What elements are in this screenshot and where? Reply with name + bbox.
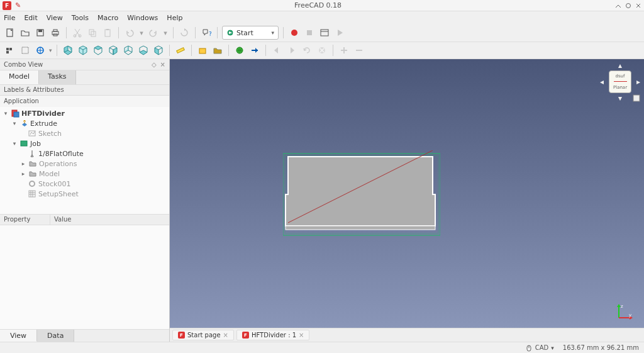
menubar: File Edit View Tools Macro Windows Help	[0, 11, 644, 24]
section-application: Application	[0, 96, 169, 107]
svg-rect-18	[6, 48, 9, 50]
tab-view[interactable]: View	[0, 330, 37, 342]
draw-style-icon[interactable]	[4, 44, 16, 57]
tree-document[interactable]: ▾ HFTDivider	[0, 108, 169, 118]
panel-float-icon[interactable]: ◇	[152, 61, 157, 68]
section-labels-attributes: Labels & Attributes	[0, 84, 169, 96]
link-icon[interactable]	[248, 44, 261, 57]
panel-close-icon[interactable]: ×	[160, 61, 165, 68]
view-right-icon[interactable]	[107, 44, 119, 57]
navcube-up-arrow[interactable]: ▴	[618, 62, 622, 69]
svg-rect-5	[53, 30, 57, 31]
macro-play-icon	[333, 26, 346, 39]
print-icon[interactable]	[49, 26, 62, 39]
svg-rect-21	[22, 47, 28, 53]
cut-icon	[71, 26, 84, 39]
navcube-right-arrow[interactable]: ▸	[636, 78, 640, 86]
view-top-icon[interactable]	[92, 44, 104, 57]
folder-icon[interactable]	[211, 44, 224, 57]
menu-edit[interactable]: Edit	[24, 14, 37, 22]
axis-triad: z y	[615, 303, 634, 322]
tree-model-sub[interactable]: ▸ Model	[0, 169, 169, 179]
svg-rect-28	[14, 112, 19, 117]
menu-view[interactable]: View	[47, 14, 63, 22]
folder-grey-icon	[28, 169, 37, 178]
appearance-dropdown-icon[interactable]: ▾	[49, 47, 52, 53]
navcube-down-arrow[interactable]: ▾	[618, 94, 622, 102]
model-tree[interactable]: ▾ HFTDivider ▾ Extrude Sketch ▾ Job 1/8F…	[0, 107, 169, 214]
whatsthis-icon[interactable]: ?	[200, 26, 213, 39]
navigation-cube[interactable]: ▴ ▾ ◂ ▸ dsuf Planar	[602, 64, 638, 99]
measure-icon[interactable]	[174, 44, 187, 57]
close-icon[interactable]: ×	[223, 332, 228, 339]
close-button[interactable]	[635, 3, 641, 9]
save-file-icon[interactable]	[34, 26, 47, 39]
navcube-mini-icon[interactable]	[633, 94, 640, 102]
viewport: ▴ ▾ ◂ ▸ dsuf Planar	[170, 59, 644, 342]
tree-extrude[interactable]: ▾ Extrude	[0, 118, 169, 128]
view-iso-icon[interactable]	[62, 44, 74, 57]
tool-icon	[28, 149, 36, 158]
cad-model[interactable]	[283, 150, 440, 238]
menu-windows[interactable]: Windows	[127, 14, 158, 22]
open-file-icon[interactable]	[19, 26, 31, 39]
menu-tools[interactable]: Tools	[72, 14, 89, 22]
svg-rect-16	[307, 30, 312, 35]
tab-model[interactable]: Model	[0, 70, 39, 84]
tab-tasks[interactable]: Tasks	[39, 70, 75, 84]
navcube-bottom-label: Planar	[611, 85, 630, 90]
tree-stock[interactable]: Stock001	[0, 179, 169, 189]
nav-mode-selector[interactable]: CAD ▾	[525, 344, 554, 352]
navcube-left-arrow[interactable]: ◂	[600, 78, 604, 86]
view-front-icon[interactable]	[77, 44, 89, 57]
doc-tab-start[interactable]: F Start page ×	[172, 330, 234, 340]
window-title: FreeCAD 0.18	[21, 1, 615, 9]
maximize-button[interactable]	[625, 3, 631, 9]
menu-help[interactable]: Help	[167, 14, 182, 22]
menu-file[interactable]: File	[4, 14, 15, 22]
new-file-icon[interactable]	[4, 26, 16, 39]
document-tabs: F Start page × F HFTDivider : 1 ×	[170, 328, 644, 342]
tab-data[interactable]: Data	[37, 330, 74, 342]
freecad-icon: F	[242, 332, 249, 339]
property-col-property[interactable]: Property	[0, 215, 50, 225]
svg-point-0	[626, 3, 631, 8]
svg-rect-37	[286, 226, 435, 230]
workbench-selector[interactable]: Start ▾	[222, 26, 279, 40]
nav-stop-icon	[316, 44, 328, 57]
tree-sketch[interactable]: Sketch	[0, 128, 169, 138]
property-col-value[interactable]: Value	[50, 215, 169, 225]
menu-macro[interactable]: Macro	[97, 14, 118, 22]
view-left-icon[interactable]	[152, 44, 165, 57]
macro-record-icon[interactable]	[288, 26, 301, 39]
doc-tab-hftdivider[interactable]: F HFTDivider : 1 ×	[236, 330, 309, 340]
tree-operations[interactable]: ▸ Operations	[0, 159, 169, 169]
web-icon[interactable]	[233, 44, 246, 57]
appearance-icon[interactable]	[34, 44, 47, 57]
chevron-down-icon: ▾	[551, 345, 554, 351]
bounding-box-icon[interactable]	[19, 44, 31, 57]
toolbar-file: ▾ ▾ ? Start ▾	[0, 24, 644, 42]
titlebar: F ✎ FreeCAD 0.18	[0, 0, 644, 11]
close-icon[interactable]: ×	[299, 332, 304, 339]
svg-rect-24	[199, 48, 206, 53]
minimize-button[interactable]	[615, 3, 621, 9]
nav-forward-icon	[286, 44, 298, 57]
tree-tool[interactable]: 1/8FlatOflute	[0, 148, 169, 159]
setupsheet-icon	[28, 189, 36, 198]
3d-canvas[interactable]: ▴ ▾ ◂ ▸ dsuf Planar	[170, 59, 644, 328]
svg-text:y: y	[629, 313, 631, 318]
svg-point-7	[74, 35, 76, 37]
navcube-face[interactable]: dsuf Planar	[609, 70, 631, 93]
view-bottom-icon[interactable]	[137, 44, 150, 57]
doc-tab-start-label: Start page	[187, 332, 221, 339]
pin-icon[interactable]: ✎	[15, 1, 21, 9]
tree-setupsheet[interactable]: SetupSheet	[0, 189, 169, 199]
part-icon[interactable]	[196, 44, 209, 57]
macro-dialog-icon[interactable]	[318, 26, 331, 39]
extrude-icon	[19, 119, 28, 128]
tree-job[interactable]: ▾ Job	[0, 138, 169, 148]
view-rear-icon[interactable]	[122, 44, 135, 57]
nav-mode-label: CAD	[535, 344, 549, 351]
job-icon	[19, 139, 28, 148]
